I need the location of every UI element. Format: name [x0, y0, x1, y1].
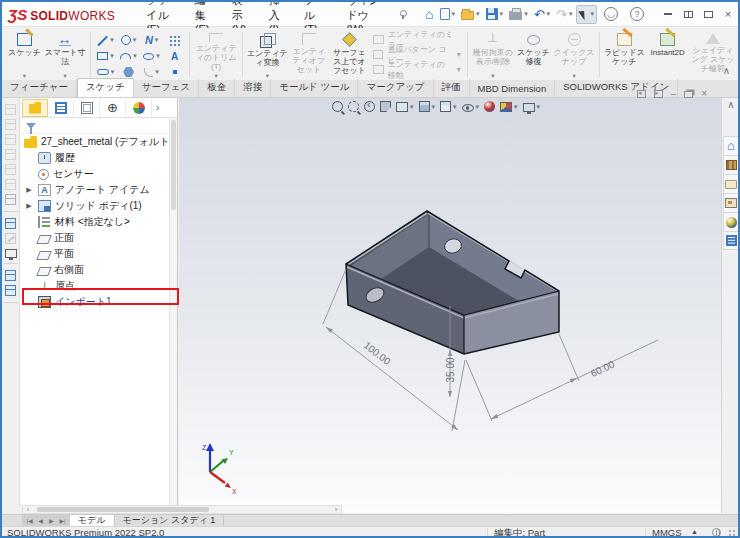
reference-cube-icon[interactable] — [5, 179, 16, 190]
tree-item-origin[interactable]: ⊥原点 — [20, 278, 177, 294]
reference-cube-icon[interactable] — [5, 119, 16, 130]
first-tab-button[interactable]: |◀ — [24, 517, 35, 524]
file-explorer-button[interactable] — [723, 174, 740, 193]
view-settings-button[interactable]: ▾ — [522, 101, 542, 113]
previous-document-icon[interactable] — [637, 90, 646, 98]
tile-windows-button[interactable] — [678, 6, 698, 22]
tree-item-annotations[interactable]: ▶Aアノテート アイテム — [20, 182, 177, 198]
scrollbar-thumb[interactable] — [37, 507, 209, 512]
chevron-down-icon[interactable]: ▾ — [23, 72, 26, 79]
spline-tool-button[interactable]: N▾ — [140, 35, 163, 45]
arc-tool-button[interactable]: ▾ — [117, 52, 140, 60]
tree-item-imported1[interactable]: インポート1 — [20, 294, 177, 310]
chevron-down-icon[interactable]: ▾ — [476, 103, 480, 111]
convert-entities-button[interactable]: エンティティ変換 ▾ — [246, 30, 288, 79]
pin-menu-icon[interactable] — [398, 9, 405, 19]
tree-root-item[interactable]: 27_sheet_metal (デフォルト) <<デフォルト>_表 — [20, 134, 177, 150]
line-tool-button[interactable]: ▾ — [94, 35, 117, 46]
tree-item-right-plane[interactable]: 右側面 — [20, 262, 177, 278]
last-tab-button[interactable]: ▶| — [57, 517, 68, 524]
rapid-sketch-button[interactable]: ラピッドスケッチ — [603, 30, 645, 79]
smart-dimension-button[interactable]: スマート寸法 ▾ — [43, 30, 87, 79]
sketch-button[interactable]: スケッチ ▾ — [6, 30, 43, 79]
select-body-icon[interactable] — [5, 218, 16, 229]
open-button[interactable]: ▾ — [459, 6, 482, 22]
previous-view-button[interactable] — [363, 100, 376, 113]
document-close-button[interactable]: × — [701, 89, 707, 99]
sketch-text-button[interactable]: A — [163, 51, 186, 62]
point-tool-button[interactable] — [163, 70, 186, 74]
chevron-down-icon[interactable]: ▾ — [155, 36, 159, 44]
body-display-icon[interactable] — [5, 270, 16, 281]
chevron-down-icon[interactable]: ▾ — [266, 72, 269, 79]
scrollbar-thumb[interactable] — [171, 120, 176, 210]
chevron-down-icon[interactable]: ▾ — [453, 103, 457, 111]
next-tab-button[interactable]: ▶ — [46, 517, 57, 524]
display-style-button[interactable]: ▾ — [439, 100, 458, 113]
expand-arrow-icon[interactable]: ▶ — [20, 186, 38, 194]
chevron-down-icon[interactable]: ▾ — [524, 10, 528, 18]
ellipse-tool-button[interactable]: ▾ — [140, 52, 163, 60]
tab-weldments[interactable]: 溶接 — [235, 79, 271, 97]
scroll-right-arrow[interactable]: › — [331, 506, 341, 513]
tab-sheet-metal[interactable]: 板金 — [199, 79, 235, 97]
chevron-down-icon[interactable]: ▾ — [410, 103, 414, 111]
minimize-button[interactable] — [658, 6, 678, 22]
design-library-button[interactable] — [723, 155, 740, 174]
tab-sketch[interactable]: スケッチ — [77, 78, 134, 97]
account-icon[interactable]: ◡ — [604, 7, 618, 21]
tree-item-material[interactable]: 材料 <指定なし> — [20, 214, 177, 230]
circle-tool-button[interactable]: ▾ — [117, 35, 140, 45]
print-button[interactable]: ▾ — [507, 6, 530, 22]
body-compare-icon[interactable] — [5, 285, 16, 296]
tag-globe-icon[interactable] — [712, 528, 721, 537]
reference-cube-icon[interactable] — [5, 134, 16, 145]
view-orientation-button[interactable]: ▾ — [418, 100, 437, 113]
tab-feature-manager[interactable] — [22, 99, 48, 117]
collapse-task-pane-chevron[interactable]: ∧ — [727, 100, 734, 110]
chevron-down-icon[interactable]: ▾ — [63, 72, 66, 79]
zoom-to-fit-button[interactable] — [331, 100, 344, 113]
chevron-down-icon[interactable]: ▾ — [590, 10, 594, 18]
units-label[interactable]: MMGS — [652, 527, 682, 538]
chevron-down-icon[interactable]: ▾ — [514, 103, 518, 111]
scroll-left-arrow[interactable]: ‹ — [23, 506, 33, 513]
screen-capture-icon[interactable] — [5, 249, 17, 258]
offset-on-surface-button[interactable]: サーフェス上でオフセット — [329, 30, 370, 79]
tab-model[interactable]: モデル — [70, 515, 115, 526]
tree-item-history[interactable]: 履歴 — [20, 150, 177, 166]
chevron-down-icon[interactable]: ▾ — [432, 103, 436, 111]
select-tool-button[interactable]: ▾ — [576, 5, 597, 24]
chevron-down-icon[interactable]: ▾ — [110, 36, 114, 44]
slot-tool-button[interactable]: ▾ — [94, 68, 117, 76]
help-icon[interactable]: ? — [630, 7, 644, 21]
chevron-down-icon[interactable]: ▾ — [452, 10, 456, 18]
tree-item-sensors[interactable]: センサー — [20, 166, 177, 182]
graphics-viewport[interactable]: 100.00 60.00 35.00 Z Y X ▾ — [179, 98, 721, 513]
chevron-down-icon[interactable]: ▾ — [110, 52, 114, 60]
expand-arrow-icon[interactable]: ▶ — [20, 202, 38, 210]
tab-configuration-manager[interactable] — [74, 99, 100, 117]
chevron-down-icon[interactable]: ▾ — [476, 10, 480, 18]
tree-vertical-scrollbar[interactable] — [169, 118, 177, 505]
tab-evaluate[interactable]: 評価 — [434, 79, 470, 97]
instant2d-button[interactable]: Instant2D — [646, 30, 690, 79]
chevron-down-icon[interactable]: ▾ — [111, 68, 115, 76]
chevron-down-icon[interactable]: ▾ — [133, 36, 137, 44]
tab-display-manager[interactable] — [126, 99, 152, 117]
close-button[interactable]: × — [718, 6, 738, 22]
chevron-down-icon[interactable]: ▾ — [500, 10, 504, 18]
tab-mbd-dimension[interactable]: MBD Dimension — [470, 81, 556, 97]
tree-item-front-plane[interactable]: 正面 — [20, 230, 177, 246]
tree-item-solid-bodies[interactable]: ▶ソリッド ボディ(1) — [20, 198, 177, 214]
save-button[interactable]: ▾ — [484, 6, 506, 22]
home-tab-button[interactable]: ⌂ — [723, 136, 740, 155]
apply-scene-button[interactable]: ▾ — [499, 101, 519, 113]
chevron-down-icon[interactable]: ▾ — [537, 103, 541, 111]
repair-sketch-button[interactable]: スケッチ修復 — [515, 30, 552, 79]
tab-features[interactable]: フィーチャー — [2, 79, 77, 97]
tree-item-top-plane[interactable]: 平面 — [20, 246, 177, 262]
appearances-button[interactable] — [723, 212, 740, 231]
new-document-button[interactable]: ▾ — [438, 6, 458, 22]
filter-funnel-icon[interactable] — [26, 123, 36, 129]
